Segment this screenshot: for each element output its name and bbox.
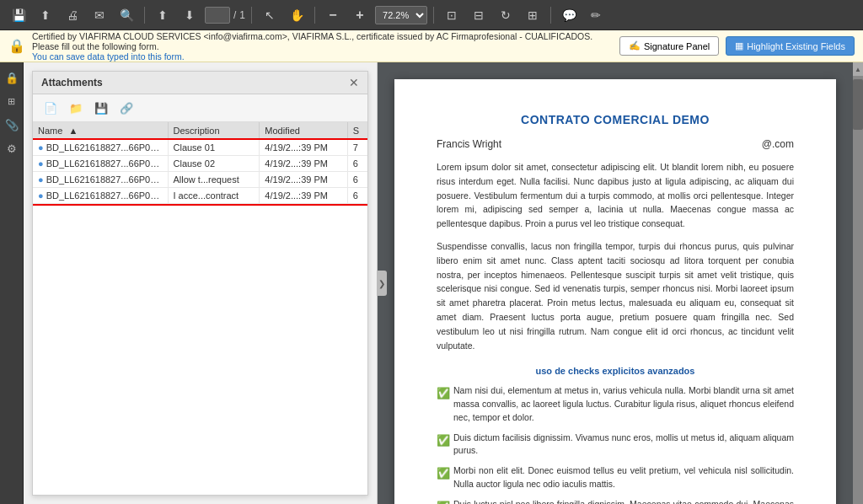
page-nav: 1 / 1 [205,7,245,24]
checkbox-text: Duis luctus nisl nec libero fringilla di… [453,498,794,504]
panel-area: Attachments ✕ 📄 📁 💾 🔗 Name ▲ [24,62,378,504]
pdf-email: @.com [762,138,794,150]
prev-page-button[interactable]: ⬆ [151,3,174,27]
link-button[interactable]: 🔗 [115,98,137,118]
fit-width-button[interactable]: ⊟ [467,3,490,27]
cell-description: Allow t...request [168,172,260,188]
notification-sub-text: You can save data typed into this form. [32,51,613,62]
col-name[interactable]: Name ▲ [33,122,168,140]
fit-page-button[interactable]: ⊡ [440,3,464,27]
rotate-button[interactable]: ↻ [494,3,517,27]
sidebar-lock-icon[interactable]: 🔒 [2,67,22,88]
notification-text-container: Certified by VIAFIRMA CLOUD SERVICES <in… [32,31,613,62]
highlight-fields-button[interactable]: ▦ Highlight Existing Fields [726,36,855,56]
col-description[interactable]: Description [168,122,260,140]
zoom-select[interactable]: 50% 72.2% 100% 125% 150% [375,6,427,24]
pdf-checkbox-item: ✅Nam nisi dui, elementum at metus in, va… [437,384,794,424]
table-row[interactable]: ●BD_LL621618827...66P001E002.xml Clause … [33,156,367,172]
two-page-button[interactable]: ⊞ [521,3,544,27]
col-name-label: Name [38,126,62,136]
table-body: ●BD_LL621618827...66P001E001.xml Clause … [33,140,367,204]
pdf-paragraph1: Lorem ipsum dolor sit amet, consectetur … [437,160,794,231]
collapse-panel-button[interactable]: ❯ [377,271,387,296]
notification-bar: 🔒 Certified by VIAFIRMA CLOUD SERVICES <… [0,30,863,62]
notification-main-text: Certified by VIAFIRMA CLOUD SERVICES <in… [32,31,613,51]
scroll-thumb[interactable] [853,79,863,130]
pdf-title: CONTRATO COMERCIAL DEMO [437,113,794,126]
divider4 [433,7,434,24]
main-toolbar: 💾 ⬆ 🖨 ✉ 🔍 ⬆ ⬇ 1 / 1 ↖ ✋ − + 50% 72.2% 10… [0,0,863,30]
cell-name: ●BD_LL621618827...66P001E004.xml [33,188,168,204]
upload-button[interactable]: ⬆ [34,3,57,27]
attachments-panel: Attachments ✕ 📄 📁 💾 🔗 Name ▲ [32,71,368,496]
hand-tool-button[interactable]: ✋ [285,3,308,27]
attachments-table-element: Name ▲ Description Modified S [33,122,367,204]
table-row[interactable]: ●BD_LL621618827...66P001E004.xml I acce.… [33,188,367,204]
panel-header: Attachments ✕ [33,72,367,94]
col-modified[interactable]: Modified [260,122,347,140]
page-separator: / [233,9,236,21]
cell-size: 6 [347,188,367,204]
zoom-out-button[interactable]: − [321,3,345,27]
panel-title: Attachments [41,77,103,88]
save-button[interactable]: 💾 [7,3,30,27]
cell-name: ●BD_LL621618827...66P001E002.xml [33,156,168,172]
col-size[interactable]: S [347,122,367,140]
sig-panel-icon: ✍ [629,40,641,51]
scrollbar[interactable]: ▲ [853,62,863,504]
checkbox-text: Morbi non elit elit. Donec euismod tellu… [453,464,794,491]
table-row[interactable]: ●BD_LL621618827...66P001E003.xml Allow t… [33,172,367,188]
cell-modified: 4/19/2...:39 PM [260,188,347,204]
pen-button[interactable]: ✏ [584,3,608,27]
next-page-button[interactable]: ⬇ [178,3,201,27]
table-row[interactable]: ●BD_LL621618827...66P001E001.xml Clause … [33,140,367,156]
comment-button[interactable]: 💬 [557,3,581,27]
cell-modified: 4/19/2...:39 PM [260,140,347,156]
table-header: Name ▲ Description Modified S [33,122,367,140]
cell-modified: 4/19/2...:39 PM [260,156,347,172]
sidebar-tools-icon[interactable]: ⚙ [2,138,22,158]
add-folder-button[interactable]: 📁 [65,98,87,118]
cursor-tool-button[interactable]: ↖ [258,3,281,27]
cell-description: I acce...contract [168,188,260,204]
sig-panel-label: Signature Panel [644,41,710,51]
search-button[interactable]: 🔍 [115,3,138,27]
checkbox-check-icon: ✅ [437,432,450,449]
pdf-checkbox-item: ✅Duis dictum facilisis dignissim. Vivamu… [437,432,794,458]
cell-modified: 4/19/2...:39 PM [260,172,347,188]
checkbox-text: Nam nisi dui, elementum at metus in, var… [453,384,794,424]
cell-description: Clause 02 [168,156,260,172]
highlight-label: Highlight Existing Fields [747,41,845,51]
page-number-input[interactable]: 1 [205,7,230,24]
save-attachment-button[interactable]: 💾 [90,98,112,118]
checkbox-text: Duis dictum facilisis dignissim. Vivamus… [453,432,794,458]
divider1 [144,7,145,24]
checkbox-check-icon: ✅ [437,499,450,504]
signature-panel-button[interactable]: ✍ Signature Panel [619,36,719,56]
add-attachment-button[interactable]: 📄 [40,98,62,118]
panel-close-button[interactable]: ✕ [349,77,359,88]
divider2 [251,7,252,24]
pdf-page: CONTRATO COMERCIAL DEMO Francis Wright @… [394,79,836,504]
page-total: 1 [239,9,245,21]
cell-size: 6 [347,156,367,172]
sidebar-attach-icon[interactable]: 📎 [2,115,22,135]
print-button[interactable]: 🖨 [61,3,84,27]
highlight-icon: ▦ [735,40,743,51]
col-desc-label: Description [174,126,220,136]
pdf-area[interactable]: CONTRATO COMERCIAL DEMO Francis Wright @… [378,62,853,504]
checkbox-check-icon: ✅ [437,385,450,402]
attachments-table: Name ▲ Description Modified S [33,122,367,495]
email-button[interactable]: ✉ [88,3,111,27]
divider3 [314,7,315,24]
sidebar-pages-icon[interactable]: ⊞ [2,91,22,111]
table-header-row: Name ▲ Description Modified S [33,122,367,140]
scroll-up-button[interactable]: ▲ [853,62,863,76]
divider5 [550,7,551,24]
pdf-checkboxes: ✅Nam nisi dui, elementum at metus in, va… [437,384,794,504]
panel-toolbar: 📄 📁 💾 🔗 [33,94,367,122]
pdf-paragraph2: Suspendisse convallis, lacus non fringil… [437,239,794,352]
cell-name: ●BD_LL621618827...66P001E003.xml [33,172,168,188]
left-sidebar: 🔒 ⊞ 📎 ⚙ [0,62,24,504]
zoom-in-button[interactable]: + [348,3,372,27]
